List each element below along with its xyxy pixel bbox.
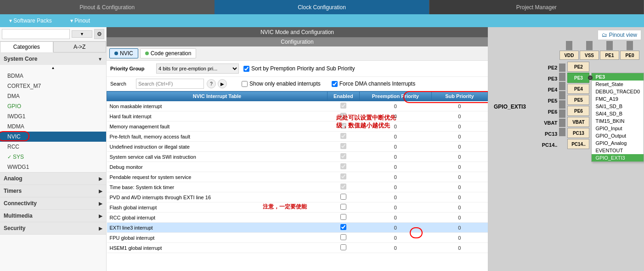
pin-vss[interactable]: VSS [580,51,599,60]
preemption-priority[interactable]: 0 [359,142,431,152]
dropdown-item-gpio-input[interactable]: GPIO_Input [592,125,644,132]
dropdown-item-eventout[interactable]: EVENTOUT [592,147,644,154]
preemption-priority[interactable]: 0 [359,172,431,182]
dropdown-item-gpio-output[interactable]: GPIO_Output [592,132,644,139]
dropdown-item-gpio-analog[interactable]: GPIO_Analog [592,139,644,147]
sub-priority[interactable]: 0 [431,152,487,162]
dropdown-item-sai1[interactable]: SAI1_SD_B [592,103,644,110]
sub-priority[interactable]: 0 [431,202,487,213]
dropdown-item-debug[interactable]: DEBUG_TRACED0 [592,88,644,95]
dropdown-arrow[interactable]: ▼ [72,30,92,38]
pin-box-pe6[interactable]: PE6 [567,106,589,116]
interrupt-enabled-checkbox[interactable] [340,224,346,230]
gear-icon[interactable]: ⚙ [94,29,104,39]
search-info-icon[interactable]: ? [207,79,216,88]
sub-priority[interactable]: 0 [431,101,487,111]
sub-priority[interactable]: 0 [431,213,487,223]
tab-pinout-config[interactable]: Pinout & Configuration [0,0,215,14]
preemption-priority[interactable]: 0 [359,233,431,243]
pin-box-pe3[interactable]: PE3 [567,73,589,83]
tab-categories[interactable]: Categories [0,41,53,52]
dropdown-item-reset[interactable]: Reset_State [592,81,644,88]
pin-box-pc13[interactable]: PC13 [567,128,589,138]
interrupt-enabled-checkbox[interactable] [340,153,346,159]
dropdown-item-pe3-header[interactable]: PE3 [592,73,644,81]
preemption-priority[interactable]: 0 [359,101,431,111]
sub-priority[interactable]: 0 [431,243,487,253]
pin-pe0[interactable]: PE0 [620,51,639,60]
interrupt-enabled-checkbox[interactable] [340,173,346,179]
sidebar-item-bdma[interactable]: BDMA [0,71,106,81]
sub-priority[interactable]: 0 [431,121,487,132]
preemption-priority[interactable]: 0 [359,152,431,162]
interrupt-enabled-checkbox[interactable] [340,214,346,220]
tab-clock-config[interactable]: Clock Configuration [215,0,429,14]
pin-box-pe2[interactable]: PE2 [567,62,589,72]
show-enabled-checkbox[interactable] [242,81,248,87]
preemption-priority[interactable]: 0 [359,111,431,121]
sub-priority[interactable]: 0 [431,132,487,142]
sidebar-search-input[interactable] [2,29,70,39]
force-dma-checkbox[interactable] [332,81,338,87]
sidebar-item-iwdg1[interactable]: IWDG1 [0,111,106,121]
sub-priority[interactable]: 0 [431,223,487,233]
scroll-up-icon[interactable]: ▲ [51,66,55,70]
sub-priority[interactable]: 0 [431,182,487,192]
interrupt-enabled-checkbox[interactable] [340,113,346,119]
sub-priority[interactable]: 0 [431,233,487,243]
sidebar-item-wwdg1[interactable]: WWDG1 [0,162,106,172]
preemption-priority[interactable]: 0 [359,213,431,223]
interrupt-enabled-checkbox[interactable] [340,103,346,109]
interrupt-enabled-checkbox[interactable] [340,133,346,139]
pin-box-pc14[interactable]: PC14.. [567,139,589,149]
sub-priority[interactable]: 0 [431,172,487,182]
interrupt-enabled-checkbox[interactable] [340,143,346,149]
tab-code-gen[interactable]: Code generation [140,48,197,58]
pin-vdd[interactable]: VDD [559,51,579,60]
section-multimedia-header[interactable]: Multimedia ▶ [0,210,106,222]
sub-priority[interactable]: 0 [431,162,487,172]
interrupt-enabled-checkbox[interactable] [340,194,346,200]
dropdown-item-gpio-exti3[interactable]: GPIO_EXTI3 [592,154,644,161]
preemption-priority[interactable]: 0 [359,121,431,132]
dropdown-item-tim15[interactable]: TIM15_BKIN [592,117,644,125]
sidebar-item-dma[interactable]: DMA [0,91,106,101]
search-next-icon[interactable]: ▶ [218,79,227,88]
sidebar-item-gpio[interactable]: GPIO [0,101,106,111]
search-input[interactable] [136,79,204,89]
sidebar-item-sys[interactable]: SYS [0,152,106,162]
tab-project-manager[interactable]: Project Manager [429,0,644,14]
pin-box-pe4[interactable]: PE4 [567,84,589,94]
interrupt-enabled-checkbox[interactable] [340,234,346,240]
pin-box-pe5[interactable]: PE5 [567,95,589,105]
section-security-header[interactable]: Security ▶ [0,222,106,234]
pin-pe1[interactable]: PE1 [600,51,619,60]
sub-priority[interactable]: 0 [431,111,487,121]
interrupt-enabled-checkbox[interactable] [340,184,346,190]
sidebar-item-nvic[interactable]: NVIC [0,132,106,142]
tab-az[interactable]: A->Z [53,41,107,52]
preemption-priority[interactable]: 0 [359,223,431,233]
pinout-menu[interactable]: ▾ Pinout [61,17,99,24]
preemption-priority[interactable]: 0 [359,243,431,253]
interrupt-enabled-checkbox[interactable] [340,163,346,169]
software-packs-menu[interactable]: ▾ Software Packs [0,17,61,24]
preemption-priority[interactable]: 0 [359,202,431,213]
sidebar-item-cortex[interactable]: CORTEX_M7 [0,81,106,91]
preemption-priority[interactable]: 0 [359,132,431,142]
section-connectivity-header[interactable]: Connectivity ▶ [0,197,106,209]
sidebar-item-mdma[interactable]: MDMA [0,121,106,132]
interrupt-enabled-checkbox[interactable] [340,244,346,250]
priority-group-select[interactable]: 4 bits for pre-emption pri... [156,63,239,74]
tab-nvic[interactable]: NVIC [109,48,138,58]
dropdown-item-fmc[interactable]: FMC_A19 [592,95,644,103]
pin-box-vbat[interactable]: VBAT [567,117,589,127]
sidebar-item-rcc[interactable]: RCC [0,142,106,152]
dropdown-item-sai4[interactable]: SAI4_SD_B [592,110,644,117]
sub-priority[interactable]: 0 [431,142,487,152]
section-system-core-header[interactable]: System Core ▼ [0,53,106,65]
interrupt-enabled-checkbox[interactable] [340,204,346,210]
preemption-priority[interactable]: 0 [359,182,431,192]
pinout-view-button[interactable]: 🗂 Pinout view [598,30,641,40]
sort-checkbox[interactable] [243,66,249,72]
